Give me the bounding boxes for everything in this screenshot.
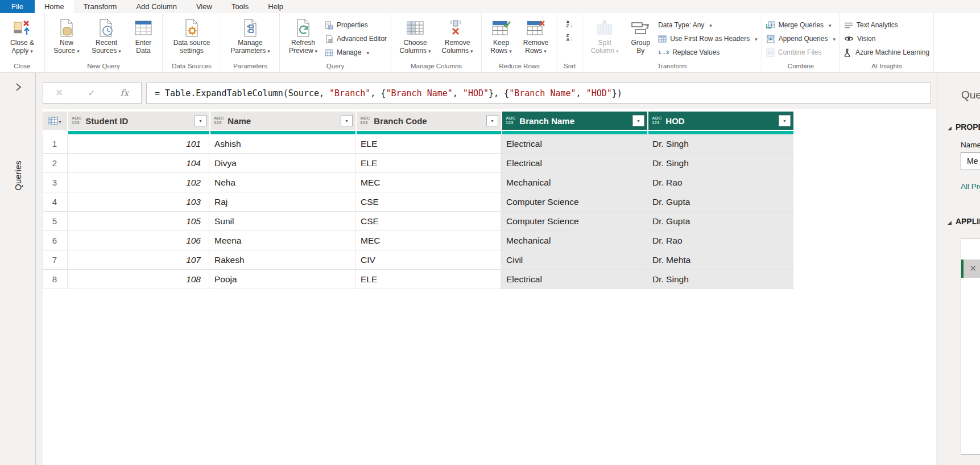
cell-branch-name[interactable]: Mechanical (501, 231, 647, 250)
recent-sources-button[interactable]: Recent Sources (86, 15, 126, 62)
cell-student-id[interactable]: 103 (67, 192, 209, 212)
cell-branch-name[interactable]: Electrical (501, 270, 647, 289)
expand-queries-pane-button[interactable] (12, 81, 24, 93)
filter-button[interactable] (632, 115, 644, 126)
sort-descending-button[interactable]: ZA (566, 32, 573, 43)
split-column-button[interactable]: Split Column (586, 15, 623, 62)
cell-name[interactable]: Divya (209, 154, 355, 173)
cell-branch-name[interactable]: Computer Science (501, 192, 647, 212)
cell-name[interactable]: Ashish (209, 134, 355, 154)
cell-branch-code[interactable]: ELE (355, 134, 501, 154)
properties-button[interactable]: Properties (325, 19, 387, 31)
cancel-formula-icon[interactable] (56, 87, 63, 99)
queries-pane-label[interactable]: Queries (13, 161, 23, 191)
row-number[interactable]: 3 (43, 173, 67, 192)
tab-transform[interactable]: Transform (74, 0, 127, 13)
formula-input[interactable]: = Table.ExpandTableColumn(Source, "Branc… (146, 83, 931, 104)
properties-section-header[interactable]: PROPERTIES (948, 122, 980, 132)
remove-columns-button[interactable]: Remove Columns (437, 15, 477, 62)
use-first-row-as-headers-button[interactable]: Use First Row as Headers (658, 33, 758, 44)
column-header-branch-name[interactable]: ABC123 Branch Name (501, 112, 647, 130)
cell-student-id[interactable]: 106 (67, 231, 209, 250)
row-number[interactable]: 6 (43, 231, 67, 250)
tab-help[interactable]: Help (258, 0, 293, 13)
cell-branch-name[interactable]: Mechanical (501, 173, 647, 192)
tab-file[interactable]: File (0, 0, 35, 13)
cell-branch-name[interactable]: Electrical (501, 154, 647, 173)
manage-parameters-button[interactable]: Manage Parameters (225, 15, 275, 62)
cell-hod[interactable]: Dr. Gupta (647, 192, 793, 212)
filter-button[interactable] (341, 115, 353, 126)
applied-step-row[interactable] (961, 239, 980, 260)
fx-icon[interactable] (120, 88, 129, 98)
tab-add-column[interactable]: Add Column (126, 0, 187, 13)
row-number[interactable]: 8 (43, 270, 67, 289)
cell-hod[interactable]: Dr. Rao (647, 173, 793, 192)
refresh-preview-button[interactable]: Refresh Preview (284, 15, 322, 62)
group-by-button[interactable]: Group By (625, 15, 656, 62)
cell-hod[interactable]: Dr. Mehta (647, 250, 793, 270)
cell-student-id[interactable]: 102 (67, 173, 209, 192)
data-source-settings-button[interactable]: Data source settings (167, 15, 217, 62)
cell-branch-code[interactable]: MEC (355, 173, 501, 192)
filter-button[interactable] (195, 115, 206, 126)
cell-branch-name[interactable]: Electrical (501, 134, 647, 154)
data-type-button[interactable]: Data Type: Any (658, 19, 758, 31)
vision-button[interactable]: Vision (844, 33, 929, 44)
cell-hod[interactable]: Dr. Rao (647, 231, 793, 250)
cell-hod[interactable]: Dr. Singh (647, 154, 793, 173)
merge-queries-button[interactable]: Merge Queries (766, 19, 836, 31)
cell-student-id[interactable]: 107 (67, 250, 209, 270)
cell-branch-name[interactable]: Computer Science (501, 212, 647, 231)
column-header-branch-code[interactable]: ABC123 Branch Code (355, 112, 501, 130)
replace-values-button[interactable]: Replace Values (658, 47, 758, 58)
enter-data-button[interactable]: Enter Data (129, 15, 158, 62)
cell-name[interactable]: Neha (209, 173, 355, 192)
all-properties-link[interactable]: All Properties (961, 182, 980, 191)
cell-branch-code[interactable]: CSE (355, 212, 501, 231)
delete-step-icon[interactable] (970, 263, 977, 274)
combine-files-button[interactable]: Combine Files (766, 47, 836, 58)
cell-name[interactable]: Meena (209, 231, 355, 250)
cell-name[interactable]: Sunil (209, 212, 355, 231)
column-header-name[interactable]: ABC123 Name (209, 112, 355, 130)
select-all-corner-button[interactable] (43, 112, 67, 130)
row-number[interactable]: 7 (43, 250, 67, 270)
remove-rows-button[interactable]: Remove Rows (519, 15, 553, 62)
applied-steps-section-header[interactable]: APPLIED STEPS (948, 216, 980, 227)
tab-tools[interactable]: Tools (222, 0, 258, 13)
expand-formula-bar-button[interactable] (893, 89, 924, 104)
cell-name[interactable]: Raj (209, 192, 355, 212)
sort-ascending-button[interactable]: AZ (566, 19, 573, 29)
keep-rows-button[interactable]: Keep Rows (486, 15, 516, 62)
append-queries-button[interactable]: Append Queries (766, 33, 836, 44)
cell-student-id[interactable]: 104 (67, 154, 209, 173)
cell-hod[interactable]: Dr. Singh (647, 134, 793, 154)
cell-branch-name[interactable]: Civil (501, 250, 647, 270)
text-analytics-button[interactable]: Text Analytics (844, 19, 929, 31)
column-header-hod[interactable]: ABC123 HOD (647, 112, 793, 130)
cell-branch-code[interactable]: ELE (355, 270, 501, 289)
manage-button[interactable]: Manage (325, 47, 387, 58)
cell-hod[interactable]: Dr. Singh (647, 270, 793, 289)
cell-branch-code[interactable]: MEC (355, 231, 501, 250)
cell-branch-code[interactable]: CIV (355, 250, 501, 270)
commit-formula-icon[interactable] (88, 88, 95, 98)
applied-step-row-selected[interactable] (961, 260, 980, 278)
cell-name[interactable]: Rakesh (209, 250, 355, 270)
cell-student-id[interactable]: 108 (67, 270, 209, 289)
row-number[interactable]: 5 (43, 212, 67, 231)
tab-view[interactable]: View (187, 0, 222, 13)
query-name-input[interactable] (961, 152, 980, 170)
advanced-editor-button[interactable]: Advanced Editor (325, 33, 387, 44)
new-source-button[interactable]: New Source (49, 15, 84, 62)
azure-ml-button[interactable]: Azure Machine Learning (844, 47, 929, 58)
column-header-student-id[interactable]: ABC123 Student ID (67, 112, 209, 130)
cell-hod[interactable]: Dr. Gupta (647, 212, 793, 231)
cell-student-id[interactable]: 101 (67, 134, 209, 154)
cell-branch-code[interactable]: CSE (355, 192, 501, 212)
row-number[interactable]: 1 (43, 134, 67, 154)
row-number[interactable]: 2 (43, 154, 67, 173)
cell-branch-code[interactable]: ELE (355, 154, 501, 173)
tab-home[interactable]: Home (35, 0, 74, 13)
